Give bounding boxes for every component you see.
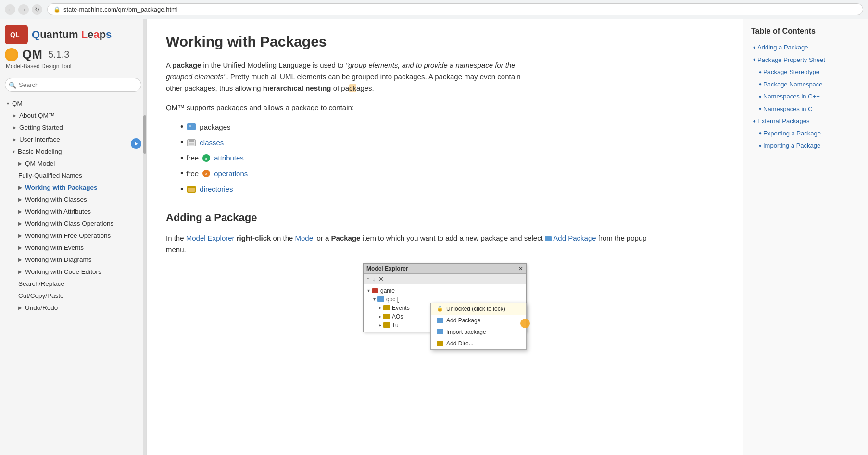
back-button[interactable]: ←	[5, 4, 15, 15]
svg-text:o: o	[205, 172, 207, 176]
ctx-pkg-icon	[437, 318, 443, 323]
attributes-link[interactable]: attributes	[214, 151, 244, 164]
arrow-icon: ▶	[18, 185, 22, 190]
ctx-item-add-directory[interactable]: Add Dire...	[431, 338, 526, 349]
expand-icon: ▾	[367, 288, 370, 293]
arrow-icon: ▶	[18, 233, 22, 238]
sidebar-item-working-with-events[interactable]: ▶ Working with Events	[0, 242, 146, 254]
me-title-text: Model Explorer	[366, 265, 408, 272]
toc-item-label: Importing a Package	[763, 141, 820, 150]
model-explorer-link[interactable]: Model Explorer	[186, 234, 235, 242]
me-folder-icon	[383, 322, 390, 328]
me-x-icon[interactable]: ✕	[378, 275, 384, 283]
me-close-icon[interactable]: ✕	[518, 265, 523, 272]
svg-rect-13	[545, 236, 552, 241]
scrollbar-thumb[interactable]	[143, 115, 146, 154]
page-title: Working with Packages	[166, 34, 724, 50]
list-item-packages: packages	[180, 119, 724, 135]
toc-item-label: External Packages	[757, 116, 809, 126]
sidebar-item-working-with-classes[interactable]: ▶ Working with Classes	[0, 194, 146, 206]
sidebar-item-cut-copy-paste[interactable]: Cut/Copy/Paste	[0, 290, 146, 302]
svg-text:a: a	[205, 156, 207, 160]
toc-item-package-namespace[interactable]: Package Namespace	[751, 78, 860, 91]
list-item-operations: free o operations	[180, 166, 724, 181]
toc-item-label: Exporting a Package	[763, 129, 821, 138]
me-titlebar: Model Explorer ✕	[364, 264, 526, 274]
toc-item-importing-package[interactable]: Importing a Package	[751, 139, 860, 152]
sidebar-item-label: QM	[12, 100, 23, 107]
logo-text: Quantum Leaps	[32, 28, 112, 41]
sidebar-item-working-with-free-operations[interactable]: ▶ Working with Free Operations	[0, 230, 146, 242]
scrollbar-track[interactable]	[143, 19, 146, 455]
toc-title: Table of Contents	[751, 27, 860, 36]
operations-icon: o	[202, 170, 210, 177]
app-subtitle: Model-Based Design Tool	[5, 63, 141, 70]
sidebar-item-basic-modeling[interactable]: ▾ Basic Modeling	[0, 146, 146, 158]
sidebar-item-working-with-class-operations[interactable]: ▶ Working with Class Operations	[0, 218, 146, 230]
me-up-icon[interactable]: ↑	[366, 275, 370, 283]
toc-item-namespaces-c[interactable]: Namespaces in C	[751, 103, 860, 115]
me-down-icon[interactable]: ↓	[373, 275, 376, 283]
sidebar-item-label: Working with Packages	[25, 184, 98, 191]
nav-forward-button[interactable]	[131, 138, 141, 149]
sidebar-item-qm-model[interactable]: ▶ QM Model	[0, 158, 146, 170]
model-link[interactable]: Model	[295, 234, 315, 242]
search-box[interactable]: 🔍	[5, 78, 141, 92]
sidebar-item-label: Working with Code Editors	[25, 268, 101, 275]
toc-item-package-stereotype[interactable]: Package Stereotype	[751, 66, 860, 78]
ctx-label-add-directory: Add Dire...	[446, 340, 474, 347]
address-bar[interactable]: 🔒 state-machine.com/qm/bm_package.html	[47, 3, 863, 15]
sidebar-item-label: User Interface	[19, 136, 60, 143]
main-content: Working with Packages A package in the U…	[147, 19, 743, 455]
sidebar-item-getting-started[interactable]: ▶ Getting Started	[0, 122, 146, 134]
toc-item-package-property-sheet[interactable]: Package Property Sheet	[751, 54, 860, 66]
hierarchical-nesting-bold: hierarchical nesting	[263, 84, 331, 92]
sidebar-item-about-qm[interactable]: ▶ About QM™	[0, 110, 146, 122]
sidebar-item-user-interface[interactable]: ▶ User Interface	[0, 134, 146, 146]
me-tree-row-game: ▾ game	[365, 286, 524, 295]
sidebar-item-search-replace[interactable]: Search/Replace	[0, 278, 146, 290]
directories-link[interactable]: directories	[200, 183, 233, 196]
forward-button[interactable]: →	[18, 4, 29, 15]
sidebar-item-undo-redo[interactable]: ▶ Undo/Redo	[0, 302, 146, 314]
sidebar-item-label: Fully-Qualified Names	[18, 172, 82, 179]
sidebar-item-working-with-packages[interactable]: ▶ Working with Packages	[0, 182, 146, 194]
me-toolbar: ↑ ↓ ✕	[364, 274, 526, 284]
classes-link[interactable]: classes	[200, 136, 224, 149]
package-description-italic: "group elements, and to provide a namesp…	[166, 61, 516, 81]
pkg-icon-inline	[545, 236, 552, 241]
toc-item-label: Namespaces in C	[763, 104, 813, 114]
sidebar-item-label: Working with Attributes	[25, 208, 91, 215]
sidebar-item-qm[interactable]: ▾ QM	[0, 98, 146, 110]
sidebar-item-working-with-attributes[interactable]: ▶ Working with Attributes	[0, 206, 146, 218]
me-tree-label: Tu	[392, 322, 399, 329]
context-menu: 🔓 Unlocked (click to lock) Add Package I	[402, 302, 527, 350]
arrow-icon: ▶	[13, 113, 16, 118]
sidebar-item-working-with-code-editors[interactable]: ▶ Working with Code Editors	[0, 266, 146, 278]
url-text: state-machine.com/qm/bm_package.html	[63, 6, 178, 13]
expand-icon: ▸	[379, 314, 381, 319]
me-tree-label: game	[380, 287, 395, 294]
free-label-attr: free	[186, 151, 199, 164]
toc-item-adding-package[interactable]: Adding a Package	[751, 41, 860, 54]
ctx-item-lock[interactable]: 🔓 Unlocked (click to lock)	[431, 303, 526, 315]
ctx-item-add-package[interactable]: Add Package	[431, 315, 526, 326]
list-item-attributes: free a attributes	[180, 150, 724, 166]
sidebar-item-fully-qualified-names[interactable]: Fully-Qualified Names	[0, 170, 146, 182]
toc-item-exporting-package[interactable]: Exporting a Package	[751, 127, 860, 140]
toc-item-external-packages[interactable]: External Packages	[751, 115, 860, 127]
sidebar-item-label: Cut/Copy/Paste	[18, 292, 64, 299]
search-input[interactable]	[5, 78, 141, 92]
reload-button[interactable]: ↻	[32, 4, 42, 15]
ctx-item-import-package[interactable]: Import package	[431, 326, 526, 338]
sidebar-item-label: Search/Replace	[18, 280, 64, 287]
arrow-icon: ▶	[18, 197, 22, 202]
svg-rect-5	[189, 140, 194, 142]
toc-item-namespaces-cpp[interactable]: Namespaces in C++	[751, 90, 860, 103]
svg-rect-4	[189, 125, 191, 127]
operations-link[interactable]: operations	[214, 167, 248, 180]
sidebar-item-working-with-diagrams[interactable]: ▶ Working with Diagrams	[0, 254, 146, 266]
package-icon	[187, 123, 196, 130]
add-package-link[interactable]: Add Package	[553, 234, 596, 242]
bullet-list: packages classes free a attributes free …	[180, 119, 724, 197]
